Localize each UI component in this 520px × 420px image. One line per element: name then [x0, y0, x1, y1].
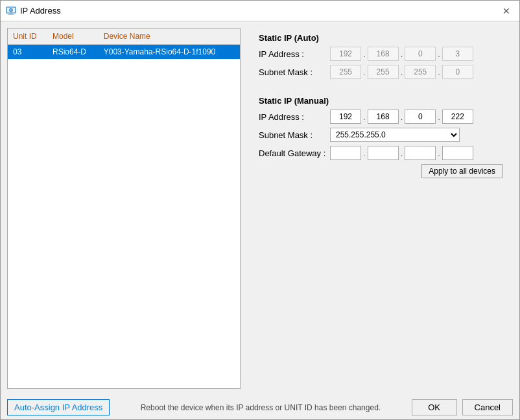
- static-ip-manual-title: Static IP (Manual): [259, 96, 505, 106]
- cancel-button[interactable]: Cancel: [462, 399, 513, 415]
- dialog-icon: [6, 6, 16, 16]
- close-button[interactable]: ✕: [499, 3, 514, 19]
- titlebar: IP Address ✕: [1, 1, 519, 21]
- titlebar-left: IP Address: [6, 6, 61, 16]
- manual-ip-row: IP Address : . . .: [259, 110, 505, 124]
- gateway-2[interactable]: [405, 146, 436, 160]
- right-panel: Static IP (Auto) IP Address : . . . Subn…: [251, 28, 513, 389]
- dialog-title: IP Address: [20, 6, 61, 16]
- device-table: Unit ID Model Device Name 03RSio64-DY003…: [8, 29, 240, 59]
- manual-ip-2[interactable]: [405, 110, 436, 124]
- gateway-sep-0: .: [362, 148, 366, 158]
- gateway-row: Default Gateway : . . .: [259, 146, 505, 160]
- manual-ip-1[interactable]: [368, 110, 399, 124]
- auto-ip-1: [368, 47, 399, 61]
- auto-subnet-row: Subnet Mask : . . .: [259, 65, 505, 79]
- auto-subnet-sep-0: .: [362, 67, 366, 77]
- manual-subnet-label: Subnet Mask :: [259, 130, 330, 140]
- ok-button[interactable]: OK: [412, 399, 457, 415]
- gateway-3[interactable]: [442, 146, 473, 160]
- cell-unit_id: 03: [8, 45, 47, 60]
- auto-subnet-2: [405, 65, 436, 79]
- auto-subnet-0: [330, 65, 361, 79]
- table-row[interactable]: 03RSio64-DY003-Yamaha-RSio64-D-1f1090: [8, 45, 240, 60]
- apply-row: Apply to all devices: [259, 164, 505, 178]
- manual-ip-3[interactable]: [442, 110, 473, 124]
- gateway-inputs: . . .: [330, 146, 473, 160]
- auto-ip-0: [330, 47, 361, 61]
- manual-ip-sep-1: .: [400, 112, 404, 122]
- manual-ip-sep-0: .: [362, 112, 366, 122]
- auto-assign-button[interactable]: Auto-Assign IP Address: [7, 399, 110, 415]
- auto-subnet-3: [442, 65, 473, 79]
- svg-rect-2: [8, 14, 14, 15]
- gateway-0[interactable]: [330, 146, 361, 160]
- auto-ip-2: [405, 47, 436, 61]
- gateway-sep-1: .: [400, 148, 404, 158]
- auto-subnet-1: [368, 65, 399, 79]
- footer-buttons: OK Cancel: [412, 399, 513, 415]
- auto-ip-label: IP Address :: [259, 49, 330, 59]
- auto-subnet-sep-2: .: [437, 67, 441, 77]
- auto-ip-sep-2: .: [437, 49, 441, 59]
- gateway-sep-2: .: [437, 148, 441, 158]
- ip-address-dialog: IP Address ✕ Unit ID Model Device Name 0…: [0, 0, 520, 420]
- auto-ip-sep-0: .: [362, 49, 366, 59]
- cell-device_name: Y003-Yamaha-RSio64-D-1f1090: [99, 45, 240, 60]
- col-unit-id: Unit ID: [8, 29, 47, 45]
- main-content: Unit ID Model Device Name 03RSio64-DY003…: [1, 21, 519, 395]
- col-device-name: Device Name: [99, 29, 240, 45]
- footer-note: Reboot the device when its IP address or…: [141, 403, 381, 412]
- left-panel: Unit ID Model Device Name 03RSio64-DY003…: [7, 28, 241, 389]
- manual-ip-sep-2: .: [437, 112, 441, 122]
- device-table-container: Unit ID Model Device Name 03RSio64-DY003…: [7, 28, 241, 389]
- gateway-label: Default Gateway :: [259, 148, 330, 158]
- static-ip-auto-title: Static IP (Auto): [259, 33, 505, 43]
- subnet-mask-select[interactable]: 255.255.255.0255.255.0.0255.0.0.0: [330, 128, 460, 142]
- manual-ip-label: IP Address :: [259, 112, 330, 122]
- manual-subnet-row: Subnet Mask : 255.255.255.0255.255.0.025…: [259, 128, 505, 142]
- manual-ip-inputs: . . .: [330, 110, 473, 124]
- cell-model: RSio64-D: [47, 45, 99, 60]
- static-ip-manual-section: Static IP (Manual) IP Address : . . . Su…: [251, 91, 513, 183]
- auto-subnet-sep-1: .: [400, 67, 404, 77]
- auto-ip-3: [442, 47, 473, 61]
- auto-ip-row: IP Address : . . .: [259, 47, 505, 61]
- apply-to-all-button[interactable]: Apply to all devices: [421, 164, 502, 178]
- auto-ip-sep-1: .: [400, 49, 404, 59]
- auto-subnet-label: Subnet Mask :: [259, 67, 330, 77]
- static-ip-auto-section: Static IP (Auto) IP Address : . . . Subn…: [251, 28, 513, 88]
- auto-subnet-inputs: . . .: [330, 65, 473, 79]
- manual-ip-0[interactable]: [330, 110, 361, 124]
- gateway-1[interactable]: [368, 146, 399, 160]
- bottom-bar: Auto-Assign IP Address Reboot the device…: [1, 395, 519, 419]
- auto-ip-inputs: . . .: [330, 47, 473, 61]
- col-model: Model: [47, 29, 99, 45]
